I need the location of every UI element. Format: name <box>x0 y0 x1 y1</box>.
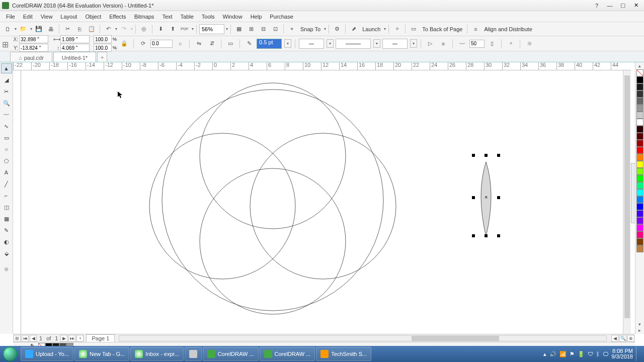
end-arrowhead[interactable]: — <box>382 39 408 49</box>
color-swatch[interactable] <box>636 126 643 133</box>
color-swatch[interactable] <box>636 238 643 245</box>
options-button[interactable]: ⚙ <box>332 24 343 35</box>
shape-tool[interactable]: ◢ <box>1 75 12 85</box>
new-button[interactable]: 🗋 <box>2 24 13 35</box>
prev-page[interactable]: ◀ <box>30 335 37 342</box>
menu-layout[interactable]: Layout <box>56 13 81 21</box>
minimize-button[interactable]: — <box>604 1 616 10</box>
x-position[interactable] <box>19 35 48 43</box>
color-swatch[interactable] <box>636 154 643 161</box>
menu-table[interactable]: Table <box>177 13 198 21</box>
task-corel2[interactable]: CorelDRAW ... <box>260 347 315 361</box>
outline-width[interactable]: 0.5 pt <box>257 39 282 49</box>
export-button[interactable]: ⬆ <box>167 24 178 35</box>
color-swatch[interactable] <box>636 105 643 112</box>
color-swatch[interactable] <box>636 98 643 105</box>
menu-help[interactable]: Help <box>247 13 266 21</box>
publish-pdf[interactable]: PDF <box>179 24 190 35</box>
width-input[interactable] <box>60 35 90 43</box>
align-icon[interactable]: ≡ <box>470 24 481 35</box>
interactive-fill[interactable]: ◐ <box>1 237 12 247</box>
lock-ratio[interactable]: 🔒 <box>119 38 130 49</box>
rotation-angle[interactable] <box>150 40 173 48</box>
smart-fill[interactable]: ⬙ <box>1 248 12 258</box>
scale-y[interactable] <box>94 44 112 52</box>
help-context-icon[interactable]: ? <box>591 1 603 10</box>
open-button[interactable]: 📁 <box>18 24 29 35</box>
tray-sound-icon[interactable]: 🔊 <box>549 351 556 357</box>
zoom-in-nav[interactable]: ⊕ <box>627 335 634 342</box>
rectangle-tool[interactable]: ▭ <box>1 133 12 143</box>
transparency-tool[interactable]: ▦ <box>1 214 12 224</box>
page-options[interactable]: ⊞ <box>14 335 21 342</box>
transparency-value[interactable] <box>469 40 485 48</box>
color-swatch[interactable] <box>636 175 643 182</box>
page-tab-1[interactable]: Page 1 <box>86 334 115 342</box>
color-swatch[interactable] <box>636 112 643 119</box>
selected-object[interactable]: × <box>472 154 500 237</box>
doc-tab-untitled[interactable]: Untitled-1* <box>53 52 96 62</box>
color-swatch[interactable] <box>636 140 643 147</box>
nav-collapse[interactable]: ◀ <box>611 335 618 342</box>
transparency-apply[interactable]: ▯ <box>487 38 498 49</box>
task-app1[interactable] <box>185 347 202 361</box>
close-curve[interactable]: ≡ <box>438 38 449 49</box>
zoom-tool[interactable]: 🔍 <box>1 98 12 108</box>
color-swatch[interactable] <box>636 83 643 90</box>
taskbar-clock[interactable]: 8:08 PM 9/3/2018 <box>611 348 633 359</box>
text-tool[interactable]: A <box>1 167 12 177</box>
ellipse-tool[interactable]: ○ <box>1 144 12 154</box>
undo-button[interactable]: ↶ <box>103 24 114 35</box>
palette-down[interactable]: ▾ <box>638 322 641 328</box>
tray-up-icon[interactable]: ▴ <box>543 351 546 357</box>
color-swatch[interactable] <box>636 245 643 252</box>
cut-button[interactable]: ✂ <box>62 24 73 35</box>
next-page[interactable]: ▶ <box>60 335 67 342</box>
straighten-button[interactable]: ✧ <box>391 24 403 35</box>
show-grid[interactable]: ⊟ <box>258 24 269 35</box>
wrap-text[interactable]: ▷ <box>425 38 436 49</box>
crop-tool[interactable]: ✂ <box>1 86 12 97</box>
vertical-ruler[interactable] <box>13 70 21 334</box>
pick-tool[interactable]: ▲ <box>1 63 12 73</box>
to-back-label[interactable]: To Back of Page <box>420 26 464 32</box>
polygon-tool[interactable]: ⬠ <box>1 156 12 166</box>
doc-tab-paul[interactable]: ⌂paul.cdr <box>10 52 52 62</box>
paste-button[interactable]: 📋 <box>86 24 97 35</box>
menu-purchase[interactable]: Purchase <box>266 13 297 21</box>
menu-effects[interactable]: Effects <box>105 13 130 21</box>
parallel-dim-tool[interactable]: ╱ <box>1 179 12 189</box>
docker-tab[interactable] <box>631 163 635 223</box>
launch-label[interactable]: Launch <box>360 26 382 32</box>
task-techsmith[interactable]: TechSmith S... <box>316 347 371 361</box>
outline-align[interactable]: ▭ <box>225 38 236 49</box>
artistic-media[interactable]: ∿ <box>1 121 12 131</box>
color-swatch[interactable] <box>636 161 643 168</box>
tray-display-icon[interactable]: 🖵 <box>603 351 608 357</box>
menu-object[interactable]: Object <box>81 13 105 21</box>
task-corel1[interactable]: CorelDRAW ... <box>203 347 259 361</box>
tray-flag-icon[interactable]: ⚑ <box>570 351 575 357</box>
color-swatch[interactable] <box>636 189 643 196</box>
color-swatch[interactable] <box>636 76 643 83</box>
zoom-out-nav[interactable]: 🔍 <box>619 335 626 342</box>
horizontal-scrollbar[interactable] <box>119 335 607 341</box>
color-swatch[interactable] <box>636 196 643 203</box>
no-color-swatch[interactable] <box>636 69 643 76</box>
color-swatch[interactable] <box>636 133 643 140</box>
mirror-v[interactable]: ⇵ <box>206 38 217 49</box>
redo-button[interactable]: ↷ <box>118 24 129 35</box>
palette-up[interactable]: ▴ <box>638 63 641 69</box>
height-input[interactable] <box>60 44 90 52</box>
color-swatch[interactable] <box>636 182 643 189</box>
show-desktop[interactable] <box>636 347 640 361</box>
drawing-canvas[interactable]: × <box>21 70 631 334</box>
menu-text[interactable]: Text <box>158 13 176 21</box>
task-ie[interactable]: Upload - Yo... <box>21 347 73 361</box>
menu-view[interactable]: View <box>37 13 57 21</box>
eyedropper-tool[interactable]: ✎ <box>1 225 12 235</box>
task-chrome2[interactable]: Inbox - expr... <box>130 347 184 361</box>
tray-bluetooth-icon[interactable]: ᛒ <box>596 351 600 357</box>
tray-power-icon[interactable]: 🔋 <box>578 351 585 357</box>
color-swatch[interactable] <box>636 168 643 175</box>
